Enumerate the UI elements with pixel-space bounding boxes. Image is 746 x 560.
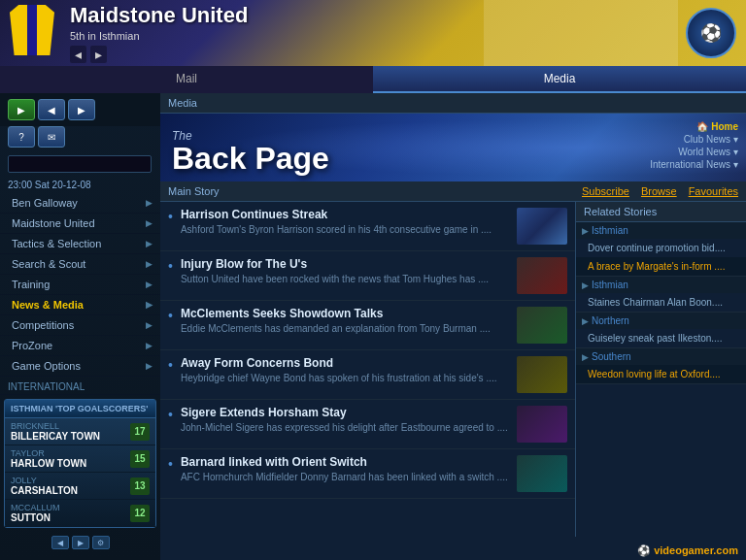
sidebar-item-news-media[interactable]: News & Media ▶ (0, 295, 160, 315)
scorer-goals: 15 (130, 450, 150, 468)
chevron-right-icon: ▶ (146, 341, 153, 350)
news-text: Sigere Extends Horsham Stay John-Michel … (181, 406, 509, 434)
news-summary: Heybridge chief Wayne Bond has spoken of… (181, 372, 509, 384)
news-text: Barnard linked with Orient Switch AFC Ho… (181, 455, 509, 483)
nav-forward-icon[interactable]: ▸ (90, 46, 107, 63)
related-section-0: ▶ Isthmian Dover continue promotion bid.… (576, 222, 746, 277)
news-summary: Eddie McClements has demanded an explana… (181, 322, 509, 335)
toolbar-title: Main Story (168, 185, 570, 197)
chevron-right-icon: ▶ (146, 198, 153, 208)
arrow-icon: ▶ (582, 280, 589, 290)
scorers-title: ISTHMIAN 'TOP GOALSCORERS' (5, 400, 155, 418)
play-button[interactable]: ▶ (8, 99, 35, 120)
chevron-down-icon: ▾ (733, 159, 738, 170)
banner-nav-world[interactable]: World News ▾ (678, 147, 738, 157)
sb-nav-next[interactable]: ▶ (72, 536, 89, 549)
banner-nav-home[interactable]: 🏠 Home (696, 121, 738, 132)
news-headline: Away Form Concerns Bond (181, 356, 509, 370)
chevron-right-icon: ▶ (146, 218, 153, 228)
favourites-link[interactable]: Favourites (689, 185, 738, 197)
help-icon: ? (18, 132, 24, 143)
chevron-right-icon: ▶ (146, 239, 153, 248)
sidebar-section-international: International (0, 377, 160, 395)
sidebar-item-ben-galloway[interactable]: Ben Galloway ▶ (0, 193, 160, 214)
sidebar-item-maidstone-united[interactable]: Maidstone United ▶ (0, 214, 160, 234)
news-item-0[interactable]: • Harrison Continues Streak Ashford Town… (160, 202, 575, 251)
sidebar-item-game-options[interactable]: Game Options ▶ (0, 356, 160, 377)
section-label: Media (160, 93, 746, 114)
scorer-row: MCCALLUM SUTTON 12 (5, 500, 155, 527)
badge-icon: ⚽ (700, 22, 722, 44)
sidebar-item-prozone[interactable]: ProZone ▶ (0, 336, 160, 356)
related-item[interactable]: Staines Chairman Alan Boon.... (576, 293, 746, 312)
bullet-icon: • (168, 357, 173, 373)
sidebar-item-tactics[interactable]: Tactics & Selection ▶ (0, 234, 160, 254)
related-section-name: ▶ Northern (576, 313, 746, 329)
news-headline: McClements Seeks Showdown Talks (181, 307, 509, 320)
news-summary: John-Michel Sigere has expressed his del… (181, 421, 509, 434)
bullet-icon: • (168, 456, 173, 472)
news-thumbnail (517, 356, 567, 393)
scorer-info: MCCALLUM SUTTON (11, 503, 130, 523)
sb-settings[interactable]: ⚙ (92, 536, 110, 549)
main-stories-list: • Harrison Continues Streak Ashford Town… (160, 202, 576, 537)
news-summary: Ashford Town's Byron Harrison scored in … (181, 223, 509, 236)
tab-media[interactable]: Media (373, 66, 746, 93)
chevron-down-icon: ▾ (733, 134, 738, 145)
back-button[interactable]: ◀ (38, 99, 65, 120)
control-buttons: ▶ ◀ ▶ (0, 93, 160, 126)
sb-nav-prev[interactable]: ◀ (51, 536, 69, 549)
news-item-5[interactable]: • Barnard linked with Orient Switch AFC … (160, 449, 575, 499)
main-content: ▶ ◀ ▶ ? ✉ 23:00 Sat 20-12-08 Ben Gallowa… (0, 93, 746, 560)
related-item[interactable]: Dover continue promotion bid.... (576, 239, 746, 257)
arrow-icon: ▶ (582, 226, 589, 236)
related-stories-panel: Related Stories ▶ Isthmian Dover continu… (576, 202, 746, 537)
news-item-1[interactable]: • Injury Blow for The U's Sutton United … (160, 251, 575, 301)
banner-navigation: 🏠 Home Club News ▾ World News ▾ Internat… (650, 121, 738, 170)
scorer-row: TAYLOR HARLOW TOWN 15 (5, 445, 155, 473)
nav-back-icon[interactable]: ◂ (70, 46, 86, 63)
tab-mail[interactable]: Mail (0, 66, 373, 93)
news-item-4[interactable]: • Sigere Extends Horsham Stay John-Miche… (160, 400, 575, 449)
banner-nav-club[interactable]: Club News ▾ (684, 134, 738, 145)
news-text: Harrison Continues Streak Ashford Town's… (181, 208, 509, 236)
news-item-3[interactable]: • Away Form Concerns Bond Heybridge chie… (160, 350, 575, 400)
scorer-info: JOLLY CARSHALTON (11, 476, 130, 496)
news-thumbnail (517, 455, 567, 492)
game-badge: ⚽ (686, 8, 736, 58)
help-button[interactable]: ? (8, 126, 35, 148)
subscribe-link[interactable]: Subscribe (582, 185, 629, 197)
search-input[interactable] (8, 155, 152, 173)
chevron-right-icon: ▶ (146, 259, 153, 269)
header: Maidstone United 5th in Isthmian ◂ ▸ ⚽ (0, 0, 746, 66)
back-page-banner: The Back Page 🏠 Home Club News ▾ World N… (160, 114, 746, 181)
sidebar-item-training[interactable]: Training ▶ (0, 275, 160, 295)
related-item[interactable]: Weedon loving life at Oxford.... (576, 365, 746, 383)
home-icon: 🏠 (696, 121, 708, 132)
content-area: Media The Back Page 🏠 Home Club News ▾ W… (160, 93, 746, 560)
footer-watermark: ⚽ videogamer.com (629, 542, 746, 560)
related-section-name: ▶ Isthmian (576, 277, 746, 293)
news-thumbnail (517, 406, 567, 443)
banner-title: Back Page (172, 143, 329, 174)
news-thumbnail (517, 257, 567, 294)
related-section-name: ▶ Southern (576, 348, 746, 365)
sidebar-item-search[interactable]: Search & Scout ▶ (0, 254, 160, 275)
related-item[interactable]: Guiseley sneak past Ilkeston.... (576, 329, 746, 347)
browse-link[interactable]: Browse (641, 185, 677, 197)
message-button[interactable]: ✉ (38, 126, 65, 148)
related-item[interactable]: A brace by Margate's in-form .... (576, 257, 746, 276)
sidebar-item-competitions[interactable]: Competitions ▶ (0, 315, 160, 336)
scorer-goals: 13 (130, 478, 150, 495)
sidebar-nav: Ben Galloway ▶ Maidstone United ▶ Tactic… (0, 193, 160, 395)
news-text: Away Form Concerns Bond Heybridge chief … (181, 356, 509, 384)
news-item-2[interactable]: • McClements Seeks Showdown Talks Eddie … (160, 301, 575, 350)
chevron-down-icon: ▾ (733, 147, 738, 157)
banner-nav-international[interactable]: International News ▾ (650, 159, 738, 170)
flag-overlay (484, 0, 678, 66)
related-section-1: ▶ Isthmian Staines Chairman Alan Boon...… (576, 277, 746, 313)
related-section-name: ▶ Isthmian (576, 222, 746, 239)
ctrl-row2: ? ✉ (0, 126, 160, 151)
bullet-icon: • (168, 407, 173, 422)
forward-button[interactable]: ▶ (68, 99, 95, 120)
